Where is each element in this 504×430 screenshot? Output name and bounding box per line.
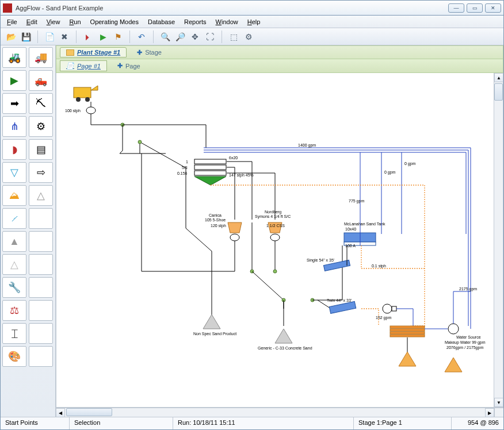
svg-text:Non Spec Sand Product: Non Spec Sand Product: [193, 332, 236, 336]
tool-blank4-icon[interactable]: [29, 277, 53, 298]
add-stage-button[interactable]: ✚ Stage: [131, 48, 167, 57]
fit-icon[interactable]: ⛶: [203, 30, 217, 44]
svg-rect-39: [329, 301, 356, 313]
plus-icon: ✚: [117, 62, 123, 70]
vertical-scrollbar[interactable]: ▲ ▼: [494, 73, 503, 407]
canica-crusher[interactable]: [228, 222, 242, 241]
scroll-down-icon[interactable]: ▼: [494, 398, 503, 407]
thickener-pile[interactable]: [399, 352, 416, 366]
svg-rect-6: [194, 159, 226, 164]
new-page-icon[interactable]: 📄: [43, 30, 56, 44]
tool-truck-icon[interactable]: 🚚: [29, 47, 53, 68]
tool-palette: 🚜 🚚 ▶ 🛻 ➡ ⛏ ⋔ ⚙ ◗ ▤ ▽ ⇨ ⛰ △ ⟋ ▲ △ 🔧 ⚖ ⌶: [1, 45, 56, 417]
tool-washplant-icon[interactable]: ⛰: [2, 185, 26, 206]
water-source-pump[interactable]: [448, 324, 459, 334]
scroll-up-icon[interactable]: ▲: [494, 73, 503, 82]
menu-run[interactable]: Run: [65, 17, 85, 26]
concrete-pile[interactable]: [275, 329, 292, 343]
menu-view[interactable]: View: [43, 17, 64, 26]
tool-feeder-icon[interactable]: ▶: [2, 70, 26, 91]
tool-blank3-icon[interactable]: [29, 254, 53, 275]
menu-opmodes[interactable]: Operating Modes: [86, 17, 143, 26]
run-record-icon[interactable]: ⏵: [81, 30, 95, 44]
tool-excavator-icon[interactable]: ⛏: [29, 93, 53, 114]
tool-arrow-icon[interactable]: ⇨: [29, 162, 53, 183]
tool-pile2-icon[interactable]: ▲: [2, 231, 26, 252]
svg-text:0.156: 0.156: [177, 171, 188, 175]
statusbar: Start Points Selection Run: 10/18/11 15:…: [1, 417, 503, 429]
svg-text:Symons 4 1/4 ft S/C: Symons 4 1/4 ft S/C: [255, 214, 291, 219]
svg-text:2076gpm / 2175gpm: 2076gpm / 2175gpm: [446, 345, 483, 350]
tab-page-label: Page #1: [77, 63, 101, 70]
pump-equipment[interactable]: [383, 304, 396, 313]
scroll-right-icon[interactable]: ▶: [485, 408, 494, 417]
tool-screen-icon[interactable]: ▤: [29, 139, 53, 160]
menu-reports[interactable]: Reports: [180, 17, 211, 26]
svg-text:120 stph: 120 stph: [211, 224, 226, 228]
tab-page-1[interactable]: 📄 Page #1: [60, 60, 107, 71]
run-flag-icon[interactable]: ⚑: [111, 30, 125, 44]
tool-blank-icon[interactable]: [29, 208, 53, 229]
screw-twin[interactable]: [329, 301, 356, 313]
run-play-icon[interactable]: ▶: [96, 30, 110, 44]
maximize-button[interactable]: ▭: [467, 3, 483, 13]
tool-valve-icon[interactable]: 🔧: [2, 277, 26, 298]
app-icon: [3, 3, 12, 13]
menu-help[interactable]: Help: [243, 17, 265, 26]
pan-icon[interactable]: ✥: [188, 30, 202, 44]
delete-icon[interactable]: ✖: [58, 30, 71, 44]
horizontal-scrollbar[interactable]: ◀ ▶: [56, 408, 503, 417]
tool-blank6-icon[interactable]: [29, 323, 53, 344]
svg-rect-46: [390, 329, 425, 331]
tool-classifier-icon[interactable]: ▽: [2, 162, 26, 183]
tool-screw-icon[interactable]: ⟋: [2, 208, 26, 229]
settings-icon[interactable]: ⚙: [242, 30, 255, 44]
zoom-out-icon[interactable]: 🔎: [173, 30, 187, 44]
menu-database[interactable]: Database: [144, 17, 179, 26]
svg-point-42: [383, 304, 392, 313]
svg-text:105 5-Shoe: 105 5-Shoe: [205, 218, 226, 222]
tool-roll-icon[interactable]: ◗: [2, 139, 26, 160]
tool-loader-icon[interactable]: 🚜: [2, 47, 26, 68]
menu-window[interactable]: Window: [212, 17, 242, 26]
tool-pile3-icon[interactable]: △: [2, 254, 26, 275]
menu-file[interactable]: File: [3, 17, 21, 26]
tool-pole-icon[interactable]: ⌶: [2, 323, 26, 344]
tool-scale-icon[interactable]: ⚖: [2, 300, 26, 321]
tool-crusher-icon[interactable]: ⚙: [29, 116, 53, 137]
tool-splitter-icon[interactable]: ⋔: [2, 116, 26, 137]
feed-rate-label: 100 stph: [65, 109, 81, 113]
zoom-in-icon[interactable]: 🔍: [158, 30, 172, 44]
nonspec-pile[interactable]: [203, 314, 220, 329]
svg-text:Generic - C-33 Concrete Sand: Generic - C-33 Concrete Sand: [258, 346, 312, 350]
status-coords: 954 @ 896: [452, 417, 503, 429]
svg-point-23: [273, 270, 277, 273]
select-icon[interactable]: ⬚: [227, 30, 240, 44]
tool-blank5-icon[interactable]: [29, 300, 53, 321]
tool-conveyor-icon[interactable]: ➡: [2, 93, 26, 114]
add-page-button[interactable]: ✚ Page: [112, 61, 146, 71]
thickener-equipment[interactable]: [390, 326, 425, 337]
svg-rect-48: [390, 335, 425, 337]
minimize-button[interactable]: —: [448, 3, 464, 13]
tool-dumptruck-icon[interactable]: 🛻: [29, 70, 53, 91]
svg-rect-47: [390, 332, 425, 334]
tool-paint-icon[interactable]: 🎨: [2, 346, 26, 367]
tool-stockpile-icon[interactable]: △: [29, 185, 53, 206]
loader-equipment[interactable]: [74, 86, 98, 102]
close-button[interactable]: ✕: [485, 3, 501, 13]
tab-stage-1[interactable]: Plant Stage #1: [60, 47, 127, 57]
save-icon[interactable]: 💾: [19, 30, 33, 44]
undo-icon[interactable]: ↶: [135, 30, 148, 44]
flowsheet-canvas[interactable]: 100 stph: [56, 73, 494, 407]
menu-edit[interactable]: Edit: [22, 17, 41, 26]
page-tabstrip: 📄 Page #1 ✚ Page: [56, 59, 503, 73]
tool-blank2-icon[interactable]: [29, 231, 53, 252]
svg-text:McLanahan Sand Tank: McLanahan Sand Tank: [344, 222, 385, 226]
water-pile[interactable]: [445, 358, 462, 372]
svg-rect-43: [392, 306, 396, 311]
screen-equipment[interactable]: [194, 159, 226, 185]
open-icon[interactable]: 📂: [4, 30, 18, 44]
scroll-left-icon[interactable]: ◀: [56, 408, 65, 417]
tool-blank7-icon[interactable]: [29, 346, 53, 367]
